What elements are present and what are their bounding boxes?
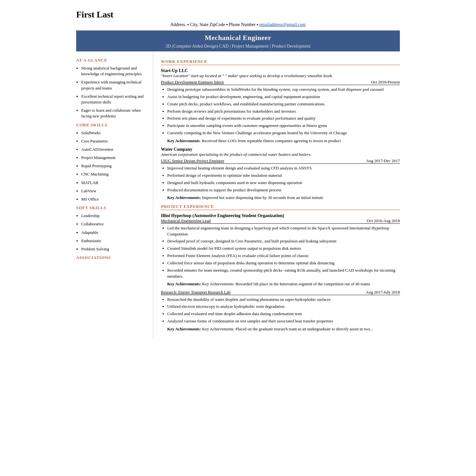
job-title: Mechanical Engineer: [76, 34, 400, 42]
list-item: Project Management: [81, 155, 145, 161]
full-name: First Last: [76, 10, 400, 20]
company-desc: "Insert Location" start-up located at " …: [161, 73, 400, 78]
project-entry: Illini Hyperloop (Automotive Engineering…: [161, 213, 400, 287]
list-item: LabView: [81, 188, 145, 194]
list-item: Rapid Prototyping: [81, 163, 145, 169]
list-item: Assist in budgeting for product developm…: [167, 94, 400, 100]
role-date: Aug 2017-Dec 2017: [366, 158, 400, 163]
email-link[interactable]: emailaddress@gmail.com: [259, 22, 305, 27]
list-item: Eager to learn and collaborate when faci…: [81, 108, 145, 119]
project-bullets: Researched the durability of water dropl…: [161, 297, 400, 324]
list-item: Problem Solving: [81, 246, 145, 252]
list-item: Recorded minutes for team meetings, crea…: [167, 268, 400, 280]
list-item: Experience with managing technical proje…: [81, 79, 145, 91]
role-title: Product Development Engineer Intern: [161, 80, 224, 85]
list-item: SolidWorks: [81, 130, 145, 136]
at-a-glance-heading: AT A GLANCE: [76, 58, 145, 63]
at-a-glance-list: Strong analytical background and knowled…: [76, 65, 145, 119]
list-item: Perform test plans and design of experim…: [167, 116, 400, 122]
list-item: Collected and evaluated real-time drople…: [167, 311, 400, 317]
left-column: AT A GLANCE Strong analytical background…: [76, 51, 149, 339]
project-experience-heading: PROJECT EXPERIENCE: [161, 204, 400, 210]
list-item: Currently competing in the New Venture C…: [167, 130, 400, 136]
associations-heading: ASSOCIATIONS: [76, 255, 145, 260]
two-column-layout: AT A GLANCE Strong analytical background…: [76, 51, 400, 339]
list-item: Designing prototype subassemblies in Sol…: [167, 87, 400, 93]
project-title: Research: Energy Transport Research Lab: [161, 290, 230, 295]
key-achievement: Key Achievements: Improved hot water dis…: [167, 195, 400, 201]
list-item: CNC Machining: [81, 171, 145, 177]
soft-skills-heading: SOFT SKILLS: [76, 205, 145, 210]
role-date: Oct 2018-Present: [371, 80, 400, 85]
role-title: UIUC Senior Design Project Engineer: [161, 158, 224, 163]
work-experience-heading: WORK EXPERIENCE: [161, 59, 400, 65]
list-item: AutoCAD/Inventor: [81, 147, 145, 152]
list-item: Create pitch decks, product workflows, a…: [167, 101, 400, 107]
company-name: Water Company: [161, 147, 400, 152]
list-item: MATLAB: [81, 180, 145, 186]
key-achievement: Key Achievements: Key Achievements: Rewa…: [167, 281, 400, 287]
list-item: MS Office: [81, 196, 145, 202]
list-item: Strong analytical background and knowled…: [81, 65, 145, 77]
list-item: Developed proof of concept, designed in …: [167, 238, 400, 244]
header-section: First Last Address. ▪ City, State ZipCod…: [76, 10, 400, 51]
job-entry: Start-Up LLC "Insert Location" start-up …: [161, 68, 400, 144]
core-skills-list: SolidWorks Creo Parametric AutoCAD/Inven…: [76, 130, 145, 202]
list-item: Enthusiastic: [81, 238, 145, 244]
skills-bar: 3D (Computer Aided Design) CAD | Project…: [76, 42, 400, 50]
list-item: Analyzed various forms of condensation o…: [167, 318, 400, 324]
list-item: Participate in smoothie sampling events …: [167, 123, 400, 129]
role-date: Aug 2017-July 2018: [366, 290, 400, 295]
project-bullets: Led the mechanical engineering team in d…: [161, 225, 400, 280]
job-bullets: Improved internal heating element design…: [161, 165, 400, 193]
list-item: Designed and built hydraulic components …: [167, 180, 400, 186]
list-item: Led the mechanical engineering team in d…: [167, 225, 400, 237]
list-item: Collected force sensor data of propulsio…: [167, 260, 400, 266]
list-item: Produced documentation to support the pr…: [167, 187, 400, 193]
contact-line: Address. ▪ City, State ZipCode ▪ Phone N…: [76, 22, 400, 27]
role-line: UIUC Senior Design Project Engineer Aug …: [161, 158, 400, 164]
list-item: Perform design reviews and pitch present…: [167, 109, 400, 115]
role-date: Oct 2016-Aug 2018: [367, 218, 400, 223]
core-skills-heading: CORE SKILLS: [76, 122, 145, 128]
role-title: Mechanical Engineering Lead: [161, 218, 211, 223]
company-name: Start-Up LLC: [161, 68, 400, 73]
role-line: Product Development Engineer Intern Oct …: [161, 80, 400, 85]
list-item: Created Simulink model for PID control s…: [167, 246, 400, 252]
list-item: Collaborative: [81, 221, 145, 227]
key-achievement: Key Achievements: Received three LOI's f…: [167, 138, 400, 144]
contact-text: Address. ▪ City, State ZipCode ▪ Phone N…: [170, 22, 259, 27]
job-bullets: Designing prototype subassemblies in Sol…: [161, 87, 400, 136]
list-item: Improved internal heating element design…: [167, 165, 400, 171]
title-bar: Mechanical Engineer 3D (Computer Aided D…: [76, 30, 400, 51]
soft-skills-list: Leadership Collaborative Adaptable Enthu…: [76, 213, 145, 252]
role-line: Mechanical Engineering Lead Oct 2016-Aug…: [161, 218, 400, 224]
list-item: Performed Finite Element Analysis (FEA) …: [167, 253, 400, 259]
right-column: WORK EXPERIENCE Start-Up LLC "Insert Loc…: [153, 51, 400, 339]
list-item: Adaptable: [81, 230, 145, 235]
resume-page: First Last Address. ▪ City, State ZipCod…: [63, 0, 413, 352]
key-achievement: Key Achievements: Key Achievements: Plac…: [167, 326, 400, 332]
list-item: Performed design of experiments to optim…: [167, 173, 400, 179]
role-line: Research: Energy Transport Research Lab …: [161, 290, 400, 295]
list-item: Researched the durability of water dropl…: [167, 297, 400, 303]
list-item: Leadership: [81, 213, 145, 219]
job-entry: Water Company American corporation speci…: [161, 147, 400, 201]
project-entry: Research: Energy Transport Research Lab …: [161, 290, 400, 332]
company-name: Illini Hyperloop (Automotive Engineering…: [161, 213, 400, 218]
list-item: Excellent technical report writing and p…: [81, 94, 145, 105]
company-desc: American corporation specializing in the…: [161, 152, 400, 157]
list-item: Utilized electron microscopy to analyze …: [167, 304, 400, 310]
list-item: Creo Parametric: [81, 138, 145, 144]
